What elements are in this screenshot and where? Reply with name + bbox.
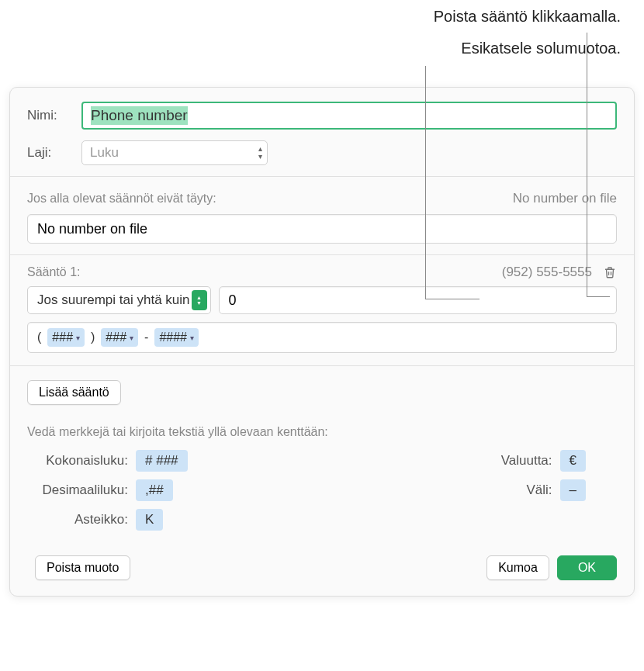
cancel-button[interactable]: Kumoa — [486, 555, 549, 580]
custom-format-dialog: Nimi: Phone number Laji: Luku ▴▾ Jos all… — [9, 87, 635, 597]
decimal-label: Desimaaliluku: — [27, 482, 128, 498]
condition-select[interactable]: Jos suurempi tai yhtä kuin ▲▼ — [27, 286, 211, 314]
default-rule-preview: No number on file — [513, 191, 617, 206]
add-rule-button[interactable]: Lisää sääntö — [27, 380, 121, 405]
format-pattern-field[interactable]: ( ### ▾ ) ### ▾ - #### ▾ — [27, 322, 617, 353]
name-input-value: Phone number — [91, 106, 188, 125]
chevron-updown-icon: ▲▼ — [192, 290, 207, 310]
default-rule-heading: Jos alla olevat säännöt eivät täyty: — [27, 192, 216, 206]
currency-chip[interactable]: € — [560, 450, 586, 472]
name-label: Nimi: — [27, 108, 81, 123]
condition-select-value: Jos suurempi tai yhtä kuin — [37, 292, 190, 308]
chevron-down-icon: ▾ — [76, 334, 80, 342]
name-input[interactable]: Phone number — [81, 102, 617, 130]
delete-format-button[interactable]: Poista muoto — [35, 555, 130, 580]
type-label: Laji: — [27, 145, 81, 161]
chevron-down-icon: ▾ — [190, 334, 194, 342]
leader-line — [587, 296, 610, 297]
digit-token[interactable]: #### ▾ — [154, 328, 199, 347]
literal-open-paren: ( — [36, 330, 43, 344]
chevron-updown-icon: ▴▾ — [258, 145, 262, 161]
default-rule-input[interactable] — [27, 214, 617, 244]
decimal-chip[interactable]: ,## — [136, 479, 173, 501]
threshold-input[interactable] — [219, 286, 617, 314]
digit-token[interactable]: ### ▾ — [47, 328, 85, 347]
integer-label: Kokonaisluku: — [27, 453, 128, 469]
chevron-down-icon: ▾ — [130, 334, 133, 342]
literal-dash: - — [143, 330, 150, 344]
leader-line — [587, 33, 587, 296]
callout-delete-rule: Poista sääntö klikkaamalla. — [434, 8, 621, 26]
space-chip[interactable]: – — [560, 479, 586, 501]
leader-line — [425, 299, 480, 299]
callout-preview-format: Esikatsele solumuotoa. — [434, 40, 621, 57]
drag-heading: Vedä merkkejä tai kirjoita tekstiä yllä … — [27, 425, 617, 439]
leader-line — [425, 66, 426, 299]
rule1-heading: Sääntö 1: — [27, 265, 81, 279]
digit-token[interactable]: ### ▾ — [101, 328, 138, 347]
scale-label: Asteikko: — [27, 512, 128, 527]
ok-button[interactable]: OK — [557, 555, 617, 580]
integer-chip[interactable]: # ### — [136, 450, 188, 472]
trash-icon[interactable] — [603, 265, 617, 280]
literal-close-paren: ) — [89, 330, 96, 344]
space-label: Väli: — [483, 482, 552, 498]
rule1-preview: (952) 555-5555 — [502, 265, 592, 280]
currency-label: Valuutta: — [483, 453, 552, 469]
type-select[interactable]: Luku ▴▾ — [81, 140, 268, 165]
type-select-value: Luku — [90, 145, 119, 161]
scale-chip[interactable]: K — [136, 509, 163, 531]
